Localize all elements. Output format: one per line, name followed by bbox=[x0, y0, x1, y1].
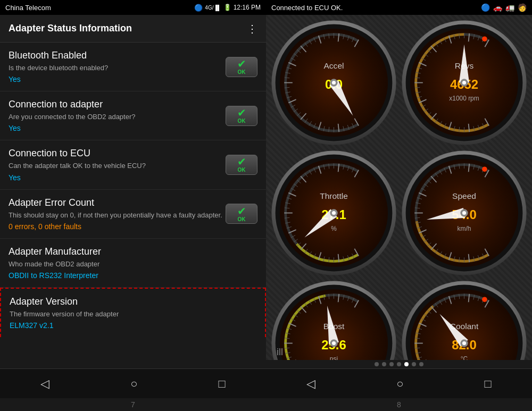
item-desc-error-count: This should stay on 0, if not then you p… bbox=[9, 211, 257, 220]
status-badge-error-count: ✔OK bbox=[226, 204, 257, 224]
gauge-speed: Speed 54.0 km/h bbox=[401, 149, 528, 276]
signal-icon: 4G/▐▌ bbox=[205, 5, 221, 11]
recent-button-right[interactable]: □ bbox=[474, 373, 502, 395]
svg-point-366 bbox=[462, 341, 466, 345]
svg-text:km/h: km/h bbox=[458, 225, 471, 232]
check-icon-connection-adapter: ✔ bbox=[237, 107, 246, 118]
recent-button-left[interactable]: □ bbox=[208, 373, 236, 395]
left-screen: China Telecom 🔵 4G/▐▌ 🔋 12:16 PM Adapter… bbox=[0, 0, 266, 411]
carrier-name: China Telecom bbox=[5, 4, 51, 12]
right-screen: Connected to ECU OK. 🔵 🚗 🚛 🧑 bbox=[266, 0, 532, 411]
page-number-left: 7 bbox=[0, 398, 266, 411]
svg-point-182 bbox=[332, 211, 336, 215]
info-item-connection-adapter: Connection to adapterAre you connected t… bbox=[0, 91, 266, 140]
svg-point-59 bbox=[332, 81, 336, 85]
item-value-connection-adapter: Yes bbox=[9, 124, 257, 132]
item-title-version: Adapter Version bbox=[10, 296, 256, 307]
status-bar-left: China Telecom 🔵 4G/▐▌ 🔋 12:16 PM bbox=[0, 0, 266, 15]
badge-label-error-count: OK bbox=[238, 216, 246, 222]
badge-label-bluetooth: OK bbox=[238, 69, 246, 75]
svg-point-305 bbox=[332, 341, 336, 345]
check-icon-connection-ecu: ✔ bbox=[237, 156, 246, 167]
item-value-manufacturer: OBDII to RS232 Interpreter bbox=[9, 271, 257, 280]
item-title-connection-ecu: Connection to ECU bbox=[9, 148, 257, 159]
item-desc-bluetooth: Is the device bluetooth enabled? bbox=[9, 63, 257, 73]
info-item-manufacturer: Adapter ManufacturerWho made the OBD2 ad… bbox=[0, 239, 266, 288]
dot-5 bbox=[412, 362, 416, 366]
item-title-error-count: Adapter Error Count bbox=[9, 197, 257, 208]
ecu-status-text: Connected to ECU OK. bbox=[271, 4, 343, 12]
page-number-right: 8 bbox=[266, 398, 532, 411]
check-icon-bluetooth: ✔ bbox=[237, 58, 246, 69]
svg-point-121 bbox=[482, 36, 487, 41]
bluetooth-icon: 🔵 bbox=[481, 3, 490, 12]
dot-2 bbox=[389, 362, 394, 366]
item-desc-connection-ecu: Can the adapter talk OK to the vehicle E… bbox=[9, 161, 257, 171]
item-value-version: ELM327 v2.1 bbox=[10, 321, 256, 330]
dot-6 bbox=[419, 362, 423, 366]
status-badge-bluetooth: ✔OK bbox=[226, 57, 257, 77]
back-button-left[interactable]: ◁ bbox=[30, 373, 60, 395]
svg-point-243 bbox=[462, 211, 466, 215]
gauge-revs: Revs 4652 x1000 rpm bbox=[401, 19, 528, 146]
gauge-coolant: Coolant 82.0 °C bbox=[401, 280, 528, 360]
status-badge-connection-adapter: ✔OK bbox=[226, 106, 257, 126]
item-desc-manufacturer: Who made the OBD2 adapter bbox=[9, 259, 257, 269]
status-badge-connection-ecu: ✔OK bbox=[226, 155, 257, 175]
person-icon: 🧑 bbox=[518, 3, 527, 12]
badge-label-connection-adapter: OK bbox=[238, 118, 246, 124]
badge-label-connection-ecu: OK bbox=[238, 167, 246, 173]
svg-text:Throttle: Throttle bbox=[320, 191, 348, 200]
svg-text:Accel: Accel bbox=[324, 61, 344, 70]
svg-text:Speed: Speed bbox=[452, 191, 476, 200]
dots-indicator bbox=[266, 360, 532, 368]
info-item-version: Adapter VersionThe firmware version of t… bbox=[0, 288, 266, 337]
svg-point-367 bbox=[482, 297, 487, 302]
bt-icon: 🔵 bbox=[194, 4, 203, 12]
gauge-accel: Accel 0.0 bbox=[270, 19, 397, 146]
gauges-grid: Accel 0.0 bbox=[266, 15, 532, 360]
item-value-bluetooth: Yes bbox=[9, 75, 257, 83]
item-value-error-count: 0 errors, 0 other faults bbox=[9, 222, 257, 231]
item-value-connection-ecu: Yes bbox=[9, 173, 257, 182]
svg-point-244 bbox=[482, 166, 487, 172]
status-icons: 🔵 🚗 🚛 🧑 bbox=[481, 3, 527, 12]
menu-button[interactable]: ⋮ bbox=[247, 22, 257, 35]
time: 12:16 PM bbox=[234, 4, 261, 11]
gauge-boost: Boost 25.6 psi bbox=[270, 280, 397, 360]
content-area: Bluetooth EnabledIs the device bluetooth… bbox=[0, 43, 266, 368]
item-desc-version: The firmware version of the adapter bbox=[10, 309, 256, 319]
svg-text:°C: °C bbox=[461, 355, 468, 360]
dot-3 bbox=[397, 362, 401, 366]
info-item-connection-ecu: Connection to ECUCan the adapter talk OK… bbox=[0, 140, 266, 189]
bottom-nav-right: ◁ ○ □ bbox=[266, 368, 532, 398]
home-button-left[interactable]: ○ bbox=[120, 373, 148, 395]
gauge-throttle: Throttle 27.1 % bbox=[270, 149, 397, 276]
svg-point-120 bbox=[462, 81, 466, 85]
toolbar-title: Adapter Status Information bbox=[9, 23, 132, 34]
home-button-right[interactable]: ○ bbox=[386, 373, 414, 395]
dot-1 bbox=[382, 362, 386, 366]
check-icon-error-count: ✔ bbox=[237, 206, 246, 216]
back-button-right[interactable]: ◁ bbox=[296, 373, 326, 395]
dot-0 bbox=[375, 362, 379, 366]
app-toolbar: Adapter Status Information ⋮ bbox=[0, 15, 266, 43]
bottom-nav-left: ◁ ○ □ bbox=[0, 368, 266, 398]
item-title-bluetooth: Bluetooth Enabled bbox=[9, 50, 257, 61]
truck-icon: 🚛 bbox=[505, 3, 514, 12]
info-item-error-count: Adapter Error CountThis should stay on 0… bbox=[0, 190, 266, 239]
bar-chart-icon: ill bbox=[277, 347, 283, 358]
item-title-connection-adapter: Connection to adapter bbox=[9, 99, 257, 110]
item-desc-connection-adapter: Are you connected to the OBD2 adapter? bbox=[9, 112, 257, 122]
dot-4 bbox=[404, 362, 409, 366]
item-title-manufacturer: Adapter Manufacturer bbox=[9, 246, 257, 257]
svg-text:%: % bbox=[331, 225, 337, 232]
status-bar-right-screen: Connected to ECU OK. 🔵 🚗 🚛 🧑 bbox=[266, 0, 532, 15]
svg-text:x1000 rpm: x1000 rpm bbox=[449, 95, 479, 102]
battery-icon: 🔋 bbox=[223, 4, 231, 11]
svg-text:psi: psi bbox=[330, 355, 338, 360]
info-item-bluetooth: Bluetooth EnabledIs the device bluetooth… bbox=[0, 43, 266, 91]
status-bar-right: 🔵 4G/▐▌ 🔋 12:16 PM bbox=[194, 4, 261, 12]
car-icon: 🚗 bbox=[493, 3, 502, 12]
